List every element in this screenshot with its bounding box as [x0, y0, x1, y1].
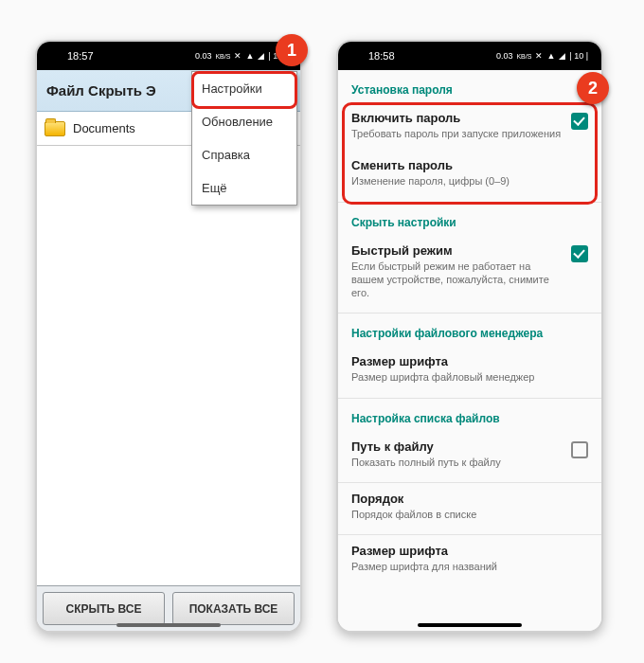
pref-order[interactable]: Порядок Порядок файлов в списке	[338, 483, 601, 530]
wifi-icon: ▲	[546, 51, 555, 61]
menu-item-help[interactable]: Справка	[192, 138, 296, 171]
status-bar: 18:57 0.03 KB/S ✕ ▲ ◢ | 10 |	[37, 42, 300, 70]
pref-enable-password[interactable]: Включить пароль Требовать пароль при зап…	[338, 102, 601, 150]
status-icons: 0.03 KB/S ✕ ▲ ◢ | 10 |	[496, 51, 588, 61]
pref-file-path[interactable]: Путь к файлу Показать полный путь к файл…	[338, 431, 601, 478]
step-badge-2: 2	[577, 72, 609, 104]
checkbox-enable-password[interactable]	[571, 113, 588, 130]
vibrate-icon: ✕	[535, 51, 543, 61]
pref-fast-mode[interactable]: Быстрый режим Если быстрый режим не рабо…	[338, 235, 601, 310]
vibrate-icon: ✕	[234, 51, 242, 61]
step-badge-1: 1	[276, 34, 308, 66]
settings-screen: Установка пароля Включить пароль Требова…	[338, 70, 601, 631]
section-hide: Скрыть настройки	[338, 203, 601, 235]
pref-font-size-names[interactable]: Размер шрифта Размер шрифта для названий	[338, 535, 601, 582]
home-indicator	[116, 623, 221, 627]
wifi-icon: ▲	[245, 51, 254, 61]
signal-icon: ◢	[258, 51, 264, 61]
pref-font-size-fm[interactable]: Размер шрифта Размер шрифта файловый мен…	[338, 346, 601, 393]
show-all-button[interactable]: ПОКАЗАТЬ ВСЕ	[172, 592, 295, 625]
phone-2: 18:58 0.03 KB/S ✕ ▲ ◢ | 10 | Установка п…	[336, 40, 603, 633]
status-icons: 0.03 KB/S ✕ ▲ ◢ | 10 |	[195, 51, 287, 61]
section-file-manager: Настройки файлового менеджера	[338, 314, 601, 346]
menu-item-update[interactable]: Обновление	[192, 105, 296, 138]
folder-icon	[45, 121, 65, 136]
folder-label: Documents	[73, 121, 135, 135]
menu-item-settings[interactable]: Настройки	[192, 72, 296, 105]
home-indicator	[418, 623, 522, 627]
phone-1: 18:57 0.03 KB/S ✕ ▲ ◢ | 10 | Файл Скрыть…	[35, 40, 302, 633]
pref-change-password[interactable]: Сменить пароль Изменение пароля, цифры (…	[338, 150, 601, 197]
checkbox-fast-mode[interactable]	[571, 245, 588, 262]
app-title: Файл Скрыть Э	[46, 82, 156, 99]
checkbox-file-path[interactable]	[571, 441, 588, 458]
status-bar: 18:58 0.03 KB/S ✕ ▲ ◢ | 10 |	[338, 42, 601, 70]
signal-icon: ◢	[559, 51, 565, 61]
status-time: 18:58	[368, 50, 395, 62]
hide-all-button[interactable]: СКРЫТЬ ВСЕ	[43, 592, 165, 625]
status-time: 18:57	[67, 50, 94, 62]
section-file-list: Настройка списка файлов	[338, 399, 601, 431]
overflow-menu: Настройки Обновление Справка Ещё	[191, 71, 297, 206]
menu-item-more[interactable]: Ещё	[192, 171, 296, 205]
section-password: Установка пароля	[338, 70, 601, 102]
